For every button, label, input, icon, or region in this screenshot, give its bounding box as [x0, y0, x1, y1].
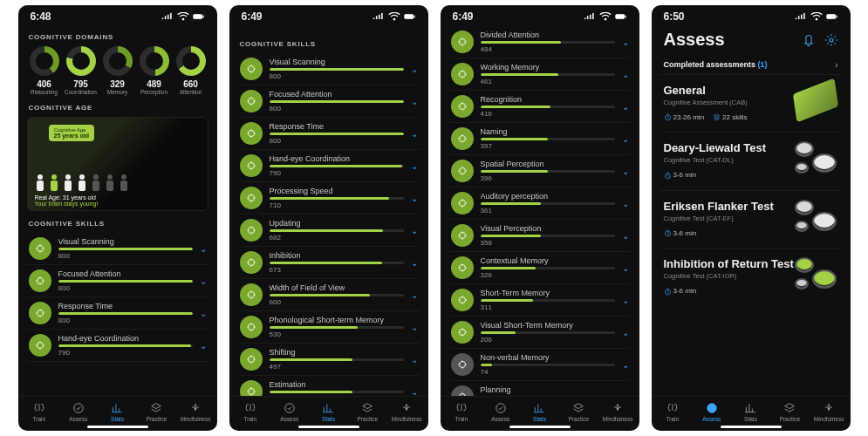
tab-train[interactable]: Train	[21, 402, 58, 422]
assessment-skills: 22 skills	[722, 113, 747, 121]
tab-train[interactable]: Train	[232, 402, 269, 422]
skill-row[interactable]: Response Time 800 ⌄	[238, 118, 420, 150]
skill-row[interactable]: Focused Attention 800 ⌄	[238, 85, 420, 118]
tab-practice[interactable]: Practice	[771, 402, 808, 422]
domain-coordination[interactable]: 795 Coordination	[64, 46, 99, 95]
skill-row[interactable]: Auditory perception 361 ⌄	[449, 187, 631, 220]
signal-icon	[795, 12, 807, 21]
gear-icon[interactable]	[824, 33, 838, 47]
tab-mindfulness[interactable]: Mindfulness	[177, 402, 214, 422]
tab-stats[interactable]: Stats	[99, 402, 135, 422]
chevron-down-icon: ⌄	[411, 226, 418, 235]
tab-train[interactable]: Train	[654, 402, 691, 422]
domain-attention[interactable]: 660 Attention	[174, 46, 208, 95]
tab-assess[interactable]: Assess	[271, 402, 308, 422]
skill-row[interactable]: Estimation 494 ⌄	[238, 376, 420, 396]
svg-rect-21	[615, 14, 624, 18]
skill-row[interactable]: Visual Perception 358 ⌄	[449, 220, 631, 252]
skill-row[interactable]: Phonological Short-term Memory 530 ⌄	[238, 311, 420, 344]
skill-row[interactable]: Response Time 800 ⌄	[27, 297, 208, 330]
skill-score: 361	[481, 207, 615, 215]
assessment-item[interactable]: General Cognitive Assessment (CAB) 23-26…	[660, 74, 842, 132]
tab-assess[interactable]: Assess	[60, 402, 97, 422]
tab-label: Practice	[780, 416, 800, 422]
skill-bar	[58, 312, 193, 315]
tab-label: Mindfulness	[603, 416, 633, 422]
skill-row[interactable]: Hand-eye Coordination 790 ⌄	[238, 150, 420, 182]
svg-point-9	[248, 66, 254, 72]
skill-score: 800	[270, 72, 404, 80]
tab-mindfulness[interactable]: Mindfulness	[810, 402, 847, 422]
assessment-item[interactable]: Deary-Liewald Test Cognitive Test (CAT-D…	[660, 132, 842, 189]
skill-bar	[481, 106, 615, 108]
skill-row[interactable]: Visual Scanning 800 ⌄	[238, 53, 420, 85]
assessment-item[interactable]: Inhibition of Return Test Cognitive Test…	[660, 248, 842, 305]
chevron-down-icon: ⌄	[622, 263, 629, 273]
skill-name: Contextual Memory	[481, 256, 615, 265]
skill-row[interactable]: Divided Attention 484 ⌄	[449, 26, 631, 58]
bell-icon[interactable]	[802, 33, 816, 47]
tab-assess[interactable]: Assess	[482, 402, 519, 422]
phone-screen-1: 6:48 COGNITIVE DOMAINS 406 Reasoning 795…	[18, 5, 217, 431]
tab-mindfulness[interactable]: Mindfulness	[388, 402, 425, 422]
skill-name: Visual Perception	[481, 224, 615, 233]
svg-point-25	[459, 104, 465, 110]
domain-reasoning[interactable]: 406 Reasoning	[27, 46, 62, 95]
assessment-item[interactable]: Eriksen Flanker Test Cognitive Test (CAT…	[660, 190, 842, 248]
skill-icon	[451, 95, 474, 118]
skill-icon	[451, 127, 474, 150]
wifi-icon	[388, 12, 400, 21]
completed-assessments-row[interactable]: Completed assessments (1) ›	[664, 60, 838, 69]
tab-mindfulness[interactable]: Mindfulness	[599, 402, 636, 422]
skill-icon	[240, 316, 263, 338]
skill-row[interactable]: Non-verbal Memory 74 ⌄	[449, 349, 631, 381]
skill-row[interactable]: Width of Field of View 600 ⌄	[238, 279, 420, 311]
skill-row[interactable]: Shifting 497 ⌄	[238, 344, 420, 376]
chevron-down-icon: ⌄	[200, 244, 207, 254]
tab-practice[interactable]: Practice	[138, 402, 174, 422]
tab-practice[interactable]: Practice	[349, 402, 386, 422]
tab-stats[interactable]: Stats	[310, 402, 346, 422]
skill-bar	[270, 326, 404, 329]
assessment-list: General Cognitive Assessment (CAB) 23-26…	[660, 74, 842, 306]
chevron-down-icon: ⌄	[200, 276, 207, 286]
skill-row[interactable]: Focused Attention 800 ⌄	[27, 265, 208, 297]
home-indicator[interactable]	[298, 426, 359, 428]
skill-row[interactable]: Visual Short-Term Memory 206 ⌄	[449, 317, 631, 349]
skill-score: 358	[481, 239, 615, 247]
skill-bar	[270, 197, 404, 200]
skill-row[interactable]: Working Memory 461 ⌄	[449, 58, 631, 91]
domain-memory[interactable]: 329 Memory	[100, 46, 135, 95]
chevron-down-icon: ⌄	[622, 134, 629, 144]
domain-name: Reasoning	[31, 89, 58, 95]
tab-assess[interactable]: Assess	[694, 402, 730, 422]
tab-label: Practice	[147, 416, 167, 422]
skill-row[interactable]: Inhibition 673 ⌄	[238, 247, 420, 279]
skill-row[interactable]: Processing Speed 710 ⌄	[238, 182, 420, 215]
svg-point-13	[248, 195, 254, 201]
skill-score: 800	[58, 252, 193, 260]
home-indicator[interactable]	[87, 426, 148, 428]
cognitive-age-card[interactable]: Cognitive Age 25 years old Real Age: 31 …	[27, 117, 208, 211]
chevron-down-icon: ⌄	[411, 65, 418, 74]
skill-row[interactable]: Contextual Memory 326 ⌄	[449, 252, 631, 284]
home-indicator[interactable]	[721, 426, 782, 428]
skill-row[interactable]: Naming 397 ⌄	[449, 123, 631, 155]
tab-practice[interactable]: Practice	[560, 402, 597, 422]
domain-perception[interactable]: 489 Perception	[137, 46, 172, 95]
skill-row[interactable]: Short-Term Memory 311 ⌄	[449, 284, 631, 317]
tab-stats[interactable]: Stats	[521, 402, 557, 422]
tab-train[interactable]: Train	[443, 402, 480, 422]
domain-name: Attention	[180, 89, 202, 95]
skill-row[interactable]: Planning 12 ⌄	[449, 381, 631, 396]
skill-name: Focused Attention	[58, 269, 193, 278]
skill-row[interactable]: Spatial Perception 396 ⌄	[449, 155, 631, 187]
tab-stats[interactable]: Stats	[732, 402, 769, 422]
skill-row[interactable]: Updating 682 ⌄	[238, 215, 420, 247]
tab-label: Assess	[69, 416, 87, 422]
home-indicator[interactable]	[509, 426, 571, 428]
skill-row[interactable]: Visual Scanning 800 ⌄	[27, 233, 208, 265]
skill-row[interactable]: Hand-eye Coordination 790 ⌄	[27, 330, 208, 362]
age-people-illustration	[35, 174, 129, 191]
skill-row[interactable]: Recognition 416 ⌄	[449, 91, 631, 123]
